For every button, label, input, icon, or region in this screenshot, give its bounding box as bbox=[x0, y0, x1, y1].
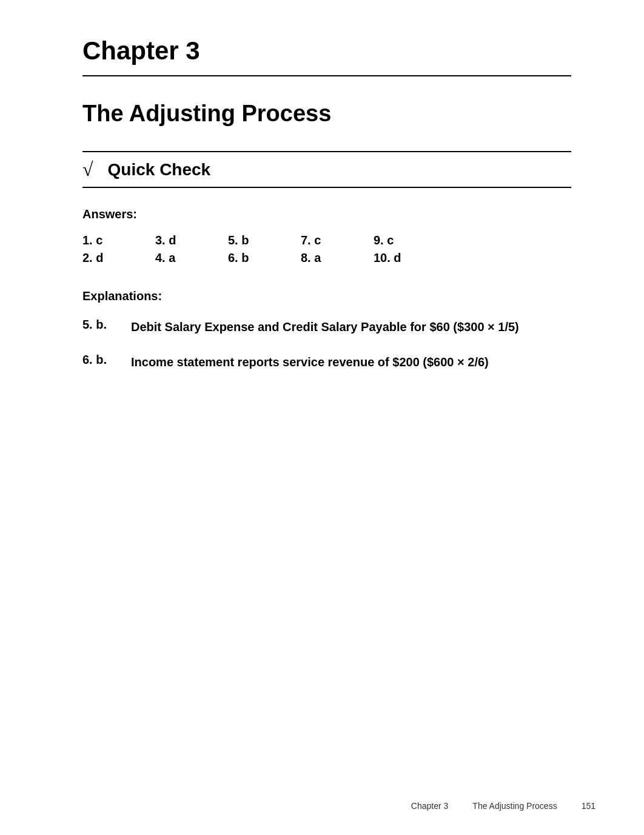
footer: Chapter 3 The Adjusting Process 151 bbox=[411, 801, 595, 811]
answer-8: 8. a bbox=[301, 251, 374, 265]
explanation-6b: 6. b. Income statement reports service r… bbox=[82, 353, 571, 371]
answer-10: 10. d bbox=[374, 251, 446, 265]
sqrt-icon: √ bbox=[82, 158, 93, 181]
explanation-5b-number: 5. b. bbox=[82, 318, 131, 336]
section-title: The Adjusting Process bbox=[82, 101, 571, 127]
explanation-6b-text: Income statement reports service revenue… bbox=[131, 353, 489, 371]
explanation-6b-number: 6. b. bbox=[82, 353, 131, 371]
answers-section: Answers: 1. c 3. d 5. b 7. c 9. c 2. d 4… bbox=[82, 207, 571, 265]
answer-5: 5. b bbox=[228, 233, 301, 247]
answers-grid: 1. c 3. d 5. b 7. c 9. c 2. d 4. a 6. b … bbox=[82, 233, 571, 265]
explanations-section: Explanations: 5. b. Debit Salary Expense… bbox=[82, 289, 571, 371]
footer-page: 151 bbox=[582, 801, 595, 811]
explanations-label: Explanations: bbox=[82, 289, 571, 303]
answer-4: 4. a bbox=[155, 251, 228, 265]
chapter-heading: Chapter 3 bbox=[82, 36, 571, 76]
quick-check-label: Quick Check bbox=[108, 160, 211, 179]
explanation-5b: 5. b. Debit Salary Expense and Credit Sa… bbox=[82, 318, 571, 336]
footer-title: The Adjusting Process bbox=[472, 801, 557, 811]
answer-3: 3. d bbox=[155, 233, 228, 247]
explanation-5b-text: Debit Salary Expense and Credit Salary P… bbox=[131, 318, 519, 336]
answer-1: 1. c bbox=[82, 233, 155, 247]
answer-6: 6. b bbox=[228, 251, 301, 265]
footer-chapter: Chapter 3 bbox=[411, 801, 448, 811]
answer-2: 2. d bbox=[82, 251, 155, 265]
answer-7: 7. c bbox=[301, 233, 374, 247]
answer-9: 9. c bbox=[374, 233, 446, 247]
quick-check-bar: √ Quick Check bbox=[82, 151, 571, 188]
answers-label: Answers: bbox=[82, 207, 571, 221]
